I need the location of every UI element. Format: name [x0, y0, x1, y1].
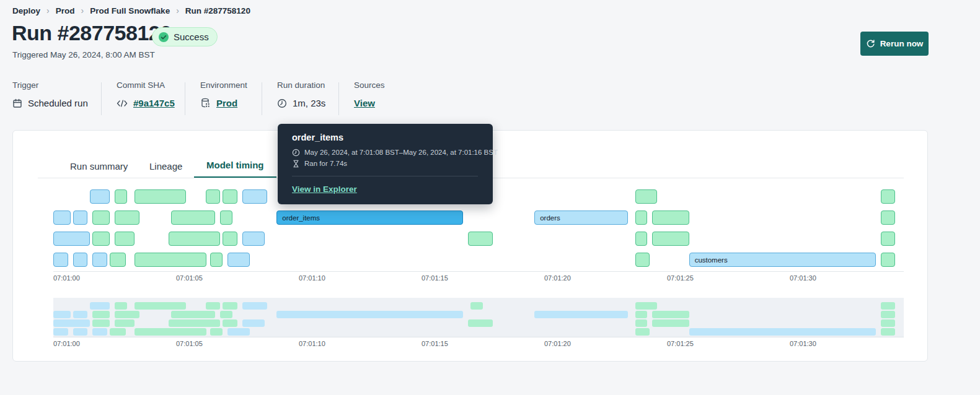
gantt-bar-label: customers [690, 256, 728, 264]
environment-link[interactable]: Prod [216, 98, 237, 108]
gantt-bar[interactable] [635, 253, 650, 267]
model-tooltip: order_items May 26, 2024, at 7:01:08 BST… [278, 124, 493, 204]
gantt-bar[interactable] [53, 211, 71, 225]
overview-tick-label: 07:01:10 [299, 340, 325, 347]
overview-bar [73, 328, 88, 336]
gantt-bar[interactable] [92, 211, 110, 225]
gantt-bar[interactable] [53, 232, 90, 246]
overview-bar [881, 328, 896, 336]
gantt-bar[interactable] [468, 232, 493, 246]
overview-tick-label: 07:01:05 [176, 340, 203, 347]
overview-bar [227, 328, 250, 336]
overview-bar [223, 319, 237, 327]
gantt-bar[interactable] [227, 253, 250, 267]
x-axis-tick-label: 07:01:15 [422, 274, 448, 282]
meta-sources: Sources View [354, 80, 385, 108]
gantt-bar[interactable] [242, 189, 267, 204]
gantt-bar[interactable] [115, 211, 139, 225]
gantt-bar[interactable] [635, 232, 648, 246]
gantt-bar[interactable] [171, 211, 215, 225]
status-badge-label: Success [174, 32, 209, 42]
gantt-bar[interactable] [110, 253, 126, 267]
overview-bar [53, 311, 71, 318]
gantt-bar[interactable] [881, 211, 896, 225]
meta-duration-value: 1m, 23s [293, 98, 325, 108]
overview-bar [881, 302, 896, 310]
gantt-bar[interactable] [115, 232, 135, 246]
view-in-explorer-link[interactable]: View in Explorer [292, 184, 357, 194]
overview-bar [470, 302, 483, 310]
meta-environment: Environment Prod [200, 80, 247, 108]
gantt-bar[interactable] [635, 189, 658, 204]
rerun-now-button[interactable]: Rerun now [860, 32, 929, 56]
meta-run-duration: Run duration 1m, 23s [277, 80, 325, 108]
hourglass-icon [292, 160, 300, 168]
x-axis-tick-label: 07:01:25 [667, 274, 694, 282]
chevron-right-icon: › [74, 6, 90, 15]
gantt-bar-label: order_items [277, 214, 320, 222]
gantt-bar[interactable] [115, 189, 127, 204]
warehouse-icon [200, 98, 211, 108]
overview-bar [635, 328, 650, 336]
gantt-bar[interactable] [652, 232, 689, 246]
breadcrumb-item-run[interactable]: Run #287758120 [185, 6, 250, 15]
gantt-bar[interactable] [92, 253, 107, 267]
x-axis-tick-label: 07:01:20 [544, 274, 571, 282]
gantt-bar[interactable] [242, 232, 265, 246]
overview-tick-label: 07:01:00 [53, 340, 80, 347]
tooltip-time-range: May 26, 2024, at 7:01:08 BST–May 26, 202… [304, 147, 498, 157]
gantt-bar[interactable] [210, 253, 223, 267]
meta-trigger-value: Scheduled run [28, 98, 88, 108]
overview-tick-label: 07:01:25 [667, 340, 694, 347]
overview-bar [115, 302, 127, 310]
overview-tick-label: 07:01:15 [422, 340, 448, 347]
gantt-bar[interactable] [220, 211, 232, 225]
breadcrumb-item-deploy[interactable]: Deploy [12, 6, 40, 15]
overview-bar [92, 319, 110, 327]
gantt-bar-orders[interactable]: orders [534, 211, 627, 225]
gantt-bar-order_items[interactable]: order_items [276, 211, 463, 225]
clock-icon [277, 98, 287, 108]
divider [101, 82, 102, 115]
overview-bar [635, 302, 658, 310]
clock-icon [292, 149, 300, 157]
gantt-bar[interactable] [635, 211, 648, 225]
gantt-bar[interactable] [73, 253, 88, 267]
overview-bar [881, 311, 896, 318]
chevron-right-icon: › [40, 6, 56, 15]
breadcrumb-item-prod[interactable]: Prod [56, 6, 75, 15]
gantt-bar[interactable] [92, 232, 110, 246]
tooltip-duration: Ran for 7.74s [304, 158, 347, 168]
overview-bar [110, 328, 126, 336]
gantt-bar[interactable] [223, 189, 237, 204]
gantt-bar[interactable] [73, 211, 88, 225]
gantt-bar[interactable] [223, 232, 237, 246]
gantt-bar[interactable] [169, 232, 220, 246]
meta-commit-label: Commit SHA [117, 80, 175, 90]
gantt-bar[interactable] [206, 189, 221, 204]
gantt-bar[interactable] [881, 253, 896, 267]
overview-axis-line [53, 337, 904, 337]
overview-bar [534, 311, 627, 318]
gantt-bar[interactable] [881, 189, 896, 204]
triggered-timestamp: Triggered May 26, 2024, 8:00 AM BST [12, 50, 155, 59]
x-axis-tick-label: 07:01:10 [299, 274, 325, 282]
gantt-bar[interactable] [652, 211, 689, 225]
gantt-bar-customers[interactable]: customers [689, 253, 876, 267]
overview-bar [92, 311, 110, 318]
gantt-bar[interactable] [135, 253, 207, 267]
gantt-bar[interactable] [135, 189, 186, 204]
sources-view-link[interactable]: View [354, 98, 375, 108]
overview-bar [223, 302, 237, 310]
x-axis-tick-label: 07:01:00 [53, 274, 80, 282]
gantt-bar[interactable] [881, 232, 896, 246]
overview-bar [135, 302, 186, 310]
gantt-bar[interactable] [53, 253, 68, 267]
overview-bar [242, 302, 267, 310]
overview-bar [689, 328, 876, 336]
breadcrumb-item-job[interactable]: Prod Full Snowflake [90, 6, 170, 15]
commit-sha-link[interactable]: #9a147c5 [133, 98, 175, 108]
overview-bar [276, 311, 463, 318]
overview-bar [53, 328, 68, 336]
gantt-bar[interactable] [90, 189, 110, 204]
